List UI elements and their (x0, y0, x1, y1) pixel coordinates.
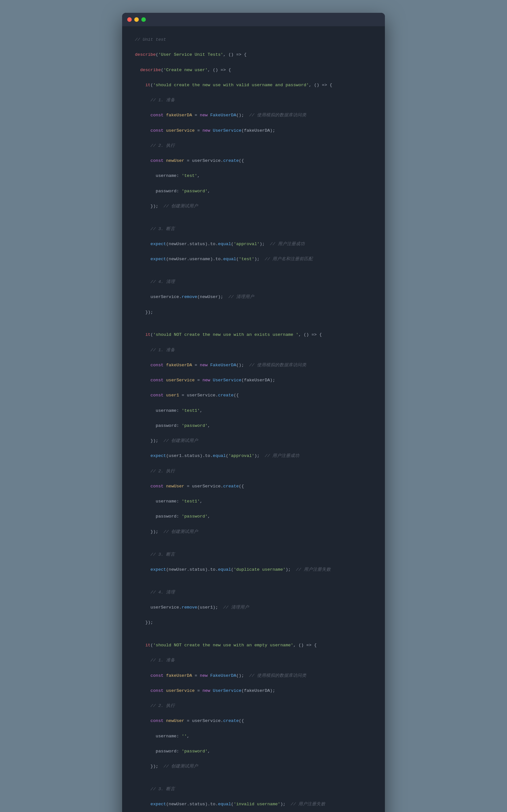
code-editor-window: // Unit test describe('User Service Unit… (122, 13, 385, 812)
title-bar (122, 13, 385, 26)
minimize-button[interactable] (134, 17, 139, 22)
code-content: // Unit test describe('User Service Unit… (122, 26, 385, 812)
maximize-button[interactable] (141, 17, 146, 22)
close-button[interactable] (127, 17, 132, 22)
